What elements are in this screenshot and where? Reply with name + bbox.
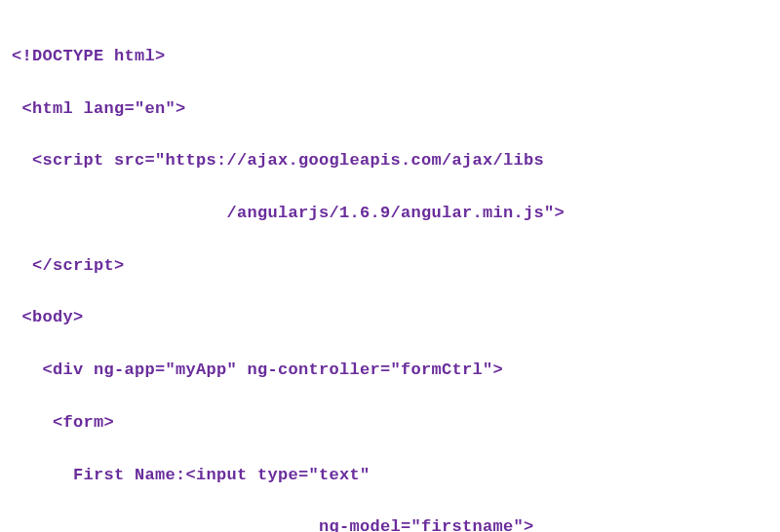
code-line: First Name:<input type="text"	[12, 463, 768, 489]
code-line: <!DOCTYPE html>	[12, 44, 768, 70]
code-line: <body>	[12, 305, 768, 331]
code-line: <html lang="en">	[12, 96, 768, 123]
code-line: /angularjs/1.6.9/angular.min.js">	[12, 201, 768, 227]
code-line: </script>	[12, 253, 768, 280]
code-line: <form>	[12, 410, 768, 437]
code-line: <div ng-app="myApp" ng-controller="formC…	[12, 358, 768, 384]
code-line: ng-model="firstname">	[12, 514, 768, 532]
code-line: <script src="https://ajax.googleapis.com…	[12, 148, 768, 174]
code-block: <!DOCTYPE html> <html lang="en"> <script…	[0, 0, 780, 532]
